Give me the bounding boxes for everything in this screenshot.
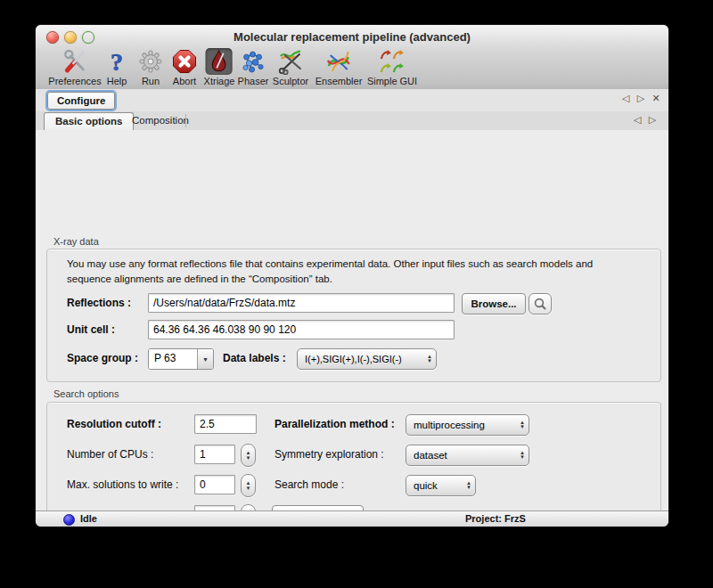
toolbar-button-help[interactable]: ? Help xyxy=(103,48,130,86)
toolbar-button-abort[interactable]: Abort xyxy=(171,48,198,86)
tab-divider xyxy=(185,114,186,127)
tab-forward-icon[interactable]: ▷ xyxy=(635,93,646,104)
tab-close-icon[interactable]: ✕ xyxy=(651,93,661,104)
parallelization-label: Parallelization method : xyxy=(275,414,395,434)
toolbar-label: Help xyxy=(107,76,127,86)
space-group-value: P 63 xyxy=(149,349,197,369)
symmetry-label: Symmetry exploration : xyxy=(275,445,384,464)
data-labels-label: Data labels : xyxy=(223,348,286,368)
popup-arrows-icon: ▲▼ xyxy=(427,355,432,363)
toolbar-button-simple-gui[interactable]: Simple GUI xyxy=(367,48,417,86)
resolution-cutoff-input[interactable] xyxy=(194,414,257,434)
xtriage-icon xyxy=(206,48,233,75)
toolbar-label: Abort xyxy=(173,76,196,86)
xray-group-title: X-ray data xyxy=(53,236,99,247)
max-solutions-input[interactable] xyxy=(194,475,235,494)
tab-composition[interactable]: Composition xyxy=(121,112,200,129)
parallelization-popup[interactable]: multiprocessing ▲▼ xyxy=(406,414,529,436)
minimize-button[interactable] xyxy=(64,31,77,44)
simple-gui-icon xyxy=(379,48,406,75)
max-solutions-label: Max. solutions to write : xyxy=(67,475,178,494)
app-window: Molecular replacement pipeline (advanced… xyxy=(36,25,668,527)
symmetry-popup[interactable]: dataset ▲▼ xyxy=(406,445,529,466)
num-cpus-input[interactable] xyxy=(194,445,235,464)
toolbar-button-xtriage[interactable]: Xtriage xyxy=(204,48,235,86)
reflections-browse-button[interactable]: Browse... xyxy=(462,293,526,314)
toolbar-label: Sculptor xyxy=(273,76,308,86)
toolbar-label: Xtriage xyxy=(204,76,235,86)
search-mode-label: Search mode : xyxy=(275,475,344,494)
abort-icon xyxy=(171,48,198,75)
max-solutions-stepper[interactable]: ▲▼ xyxy=(241,474,256,497)
tab-back-icon[interactable]: ◁ xyxy=(620,93,631,104)
toolbar-label: Run xyxy=(142,76,160,86)
toolbar-label: Preferences xyxy=(48,76,101,86)
search-mode-popup[interactable]: quick ▲▼ xyxy=(406,475,476,496)
toolbar-label: Ensembler xyxy=(316,76,363,86)
num-cpus-stepper[interactable]: ▲▼ xyxy=(241,444,256,467)
toolbar-label: Simple GUI xyxy=(367,76,417,86)
space-group-combo[interactable]: P 63 ▼ xyxy=(148,348,214,370)
unit-cell-input[interactable] xyxy=(148,320,455,339)
magnifier-icon xyxy=(533,297,547,311)
toolbar-label: Phaser xyxy=(238,76,269,86)
popup-arrows-icon: ▲▼ xyxy=(520,451,525,460)
window-title: Molecular replacement pipeline (advanced… xyxy=(107,30,597,44)
parallelization-value: multiprocessing xyxy=(414,420,514,430)
tab-configure[interactable]: Configure xyxy=(47,92,115,110)
data-labels-value: I(+),SIGI(+),I(-),SIGI(-) xyxy=(305,354,422,364)
toolbar-button-sculptor[interactable]: Sculptor xyxy=(273,48,308,86)
popup-arrows-icon: ▲▼ xyxy=(520,421,525,429)
toolbar-button-ensembler[interactable]: Ensembler xyxy=(316,48,363,86)
ensembler-icon xyxy=(325,48,352,75)
run-icon xyxy=(137,48,164,75)
status-text: Idle xyxy=(80,512,97,526)
basic-options-page: X-ray data You may use any format reflec… xyxy=(36,130,668,511)
phaser-icon xyxy=(240,48,266,75)
xray-description-line2: sequence alignments are defined in the “… xyxy=(67,272,332,287)
reflections-label: Reflections : xyxy=(67,293,131,313)
preferences-icon xyxy=(61,48,88,75)
space-group-label: Space group : xyxy=(67,348,138,368)
symmetry-value: dataset xyxy=(414,450,514,461)
notebook-forward-icon[interactable]: ▷ xyxy=(647,114,658,126)
notebook-tab-strip: Basic options Composition ◁ ▷ xyxy=(36,111,668,131)
help-icon: ? xyxy=(103,48,130,75)
popup-arrows-icon: ▲▼ xyxy=(466,481,471,490)
search-group-title: Search options xyxy=(53,388,119,399)
search-mode-value: quick xyxy=(414,480,461,491)
status-bar: Idle Project: FrzS xyxy=(36,510,668,527)
status-led-icon xyxy=(63,514,75,526)
xray-description-line1: You may use any format reflections file … xyxy=(67,257,593,272)
data-labels-popup[interactable]: I(+),SIGI(+),I(-),SIGI(-) ▲▼ xyxy=(297,348,437,370)
unit-cell-label: Unit cell : xyxy=(67,320,115,339)
toolbar-button-preferences[interactable]: Preferences xyxy=(48,48,101,86)
close-button[interactable] xyxy=(46,31,59,44)
resolution-cutoff-label: Resolution cutoff : xyxy=(67,414,161,434)
num-cpus-label: Number of CPUs : xyxy=(67,445,153,464)
reflections-view-button[interactable] xyxy=(529,293,552,314)
window-chrome: Molecular replacement pipeline (advanced… xyxy=(36,25,668,90)
project-label: Project: FrzS xyxy=(465,512,526,526)
document-tab-strip: Configure ◁ ▷ ✕ xyxy=(36,89,668,112)
zoom-button[interactable] xyxy=(82,31,94,44)
chevron-down-icon[interactable]: ▼ xyxy=(197,349,213,369)
toolbar-button-run[interactable]: Run xyxy=(137,48,164,86)
svg-text:?: ? xyxy=(111,48,123,75)
sculptor-icon xyxy=(277,48,304,75)
reflections-input[interactable] xyxy=(148,293,455,313)
notebook-back-icon[interactable]: ◁ xyxy=(632,114,643,126)
toolbar-button-phaser[interactable]: Phaser xyxy=(238,48,269,86)
